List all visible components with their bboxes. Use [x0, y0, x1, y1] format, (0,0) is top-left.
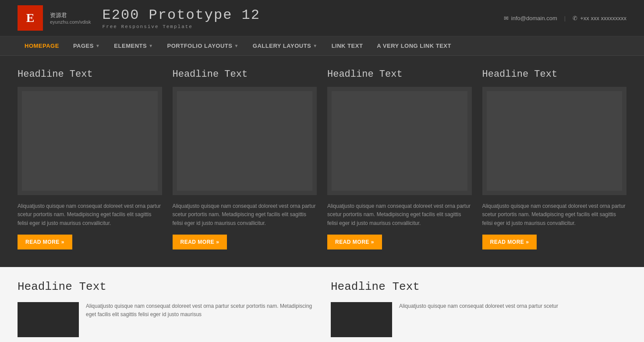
email-icon: ✉ [504, 15, 509, 21]
gallery-arrow-icon: ▼ [313, 43, 317, 48]
card-3-headline: Headline Text [327, 69, 472, 80]
nav-item-homepage[interactable]: HOMEPAGE [18, 36, 66, 55]
nav-label-longlink: A VERY LONG LINK TEXT [377, 43, 451, 49]
section-1-headline: Headline Text [18, 280, 313, 293]
section-2-headline: Headline Text [331, 280, 626, 293]
nav-item-elements[interactable]: ELEMENTS ▼ [107, 36, 160, 55]
main-nav: HOMEPAGE PAGES ▼ ELEMENTS ▼ PORTFOLIO LA… [0, 36, 644, 56]
card-2-image [173, 87, 317, 195]
card-2-read-more-button[interactable]: READ MORE » [173, 235, 227, 249]
card-4-read-more-button[interactable]: READ MORE » [482, 235, 537, 249]
card-1-body: Aliquatjusto quisque nam consequat dolor… [18, 202, 162, 228]
card-1-headline: Headline Text [18, 69, 162, 80]
elements-arrow-icon: ▼ [149, 43, 153, 48]
nav-label-elements: ELEMENTS [114, 43, 147, 49]
section-2-card-body: Aliquatjusto quisque nam consequat dolor… [399, 302, 558, 310]
contact-divider: | [564, 15, 566, 21]
card-4-image [482, 87, 627, 195]
nav-item-portfolio[interactable]: PORTFOLIO LAYOUTS ▼ [160, 36, 246, 55]
card-3-body: Aliquatjusto quisque nam consequat dolor… [327, 202, 472, 228]
nav-label-linktext: LINK TEXT [332, 43, 363, 49]
card-3: Headline Text Aliquatjusto quisque nam c… [327, 69, 472, 249]
card-1: Headline Text Aliquatjusto quisque nam c… [18, 69, 162, 249]
card-2-image-inner [177, 91, 313, 191]
nav-label-homepage: HOMEPAGE [25, 43, 59, 49]
nav-item-longlink[interactable]: A VERY LONG LINK TEXT [370, 36, 458, 55]
two-col-grid: Headline Text Aliquatjusto quisque nam c… [18, 280, 626, 337]
card-4-image-inner [487, 91, 623, 191]
card-1-image [18, 87, 162, 195]
phone-number: +xx xxx xxxxxxxxx [580, 15, 626, 21]
section-block-2: Headline Text Aliquatjusto quisque nam c… [331, 280, 626, 337]
card-1-image-inner [22, 91, 158, 191]
site-header: E 资源君 eyunzhu.com/vdisk E200 Prototype 1… [0, 0, 644, 36]
header-left: E 资源君 eyunzhu.com/vdisk E200 Prototype 1… [18, 5, 260, 31]
section-2-horizontal-card: Aliquatjusto quisque nam consequat dolor… [331, 302, 626, 337]
section-1-card-image [18, 302, 79, 337]
main-dark-section: Headline Text Aliquatjusto quisque nam c… [0, 56, 644, 267]
pages-arrow-icon: ▼ [96, 43, 100, 48]
card-2-headline: Headline Text [173, 69, 317, 80]
card-4-body: Aliquatjusto quisque nam consequat dolor… [482, 202, 627, 228]
site-subtitle: Free Responsive Template [103, 24, 260, 29]
email-address: info@domain.com [511, 15, 557, 21]
site-title: E200 Prototype 12 [103, 7, 260, 23]
phone-contact: ✆ +xx xxx xxxxxxxxx [573, 15, 626, 21]
card-2-body: Aliquatjusto quisque nam consequat dolor… [173, 202, 317, 228]
header-contact: ✉ info@domain.com | ✆ +xx xxx xxxxxxxxx [504, 15, 626, 21]
card-4: Headline Text Aliquatjusto quisque nam c… [482, 69, 627, 249]
nav-item-pages[interactable]: PAGES ▼ [66, 36, 107, 55]
phone-icon: ✆ [573, 15, 577, 21]
portfolio-arrow-icon: ▼ [234, 43, 238, 48]
logo-url: eyunzhu.com/vdisk [50, 19, 91, 25]
card-3-read-more-button[interactable]: READ MORE » [327, 235, 382, 249]
card-3-image [327, 87, 472, 195]
main-light-section: Headline Text Aliquatjusto quisque nam c… [0, 267, 644, 342]
section-1-horizontal-card: Aliquatjusto quisque nam consequat dolor… [18, 302, 313, 337]
card-4-headline: Headline Text [482, 69, 627, 80]
nav-label-pages: PAGES [73, 43, 94, 49]
section-1-card-body: Aliquatjusto quisque nam consequat dolor… [86, 302, 313, 319]
email-contact: ✉ info@domain.com [504, 15, 557, 21]
nav-item-gallery[interactable]: GALLERY LAYOUTS ▼ [246, 36, 325, 55]
four-col-grid: Headline Text Aliquatjusto quisque nam c… [18, 69, 626, 249]
nav-label-portfolio: PORTFOLIO LAYOUTS [167, 43, 233, 49]
logo-chinese: 资源君 [50, 11, 91, 19]
section-block-1: Headline Text Aliquatjusto quisque nam c… [18, 280, 313, 337]
nav-label-gallery: GALLERY LAYOUTS [253, 43, 311, 49]
card-3-image-inner [332, 91, 467, 191]
logo-icon[interactable]: E [18, 5, 43, 31]
card-1-read-more-button[interactable]: READ MORE » [18, 235, 72, 249]
logo-text-block: 资源君 eyunzhu.com/vdisk [50, 11, 91, 25]
card-2: Headline Text Aliquatjusto quisque nam c… [173, 69, 317, 249]
nav-item-linktext[interactable]: LINK TEXT [325, 36, 370, 55]
section-2-card-image [331, 302, 392, 337]
